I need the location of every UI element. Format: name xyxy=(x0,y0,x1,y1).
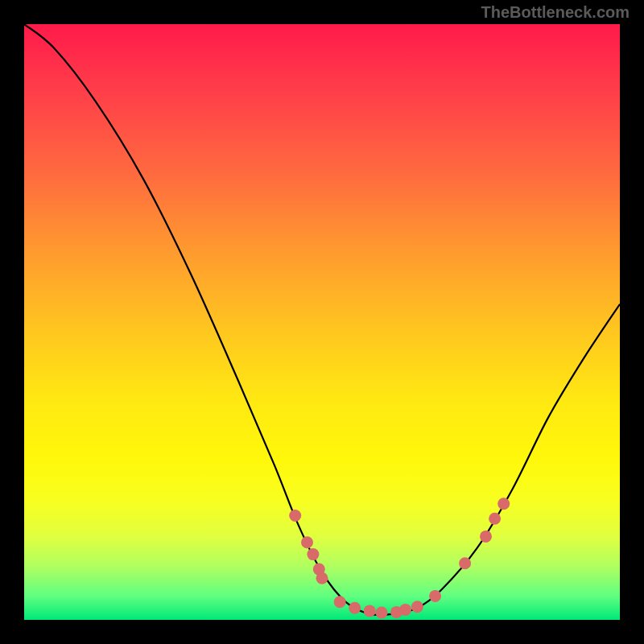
bottleneck-curve xyxy=(24,24,620,615)
data-point xyxy=(411,601,423,613)
data-point xyxy=(376,607,388,619)
data-point xyxy=(334,596,346,608)
data-point xyxy=(307,548,319,560)
curve-layer xyxy=(24,24,620,620)
data-point xyxy=(497,497,510,510)
data-point xyxy=(364,605,376,617)
data-point xyxy=(349,602,361,614)
chart-frame: TheBottleneck.com xyxy=(0,0,644,644)
plot-area xyxy=(24,24,620,620)
data-point xyxy=(301,536,313,548)
data-point xyxy=(459,557,471,569)
data-dots xyxy=(289,497,510,618)
data-point xyxy=(399,604,411,616)
watermark-text: TheBottleneck.com xyxy=(481,3,630,22)
data-point xyxy=(316,572,328,584)
data-point xyxy=(429,590,441,602)
data-point xyxy=(489,513,501,525)
data-point xyxy=(480,530,492,543)
data-point xyxy=(289,510,301,522)
